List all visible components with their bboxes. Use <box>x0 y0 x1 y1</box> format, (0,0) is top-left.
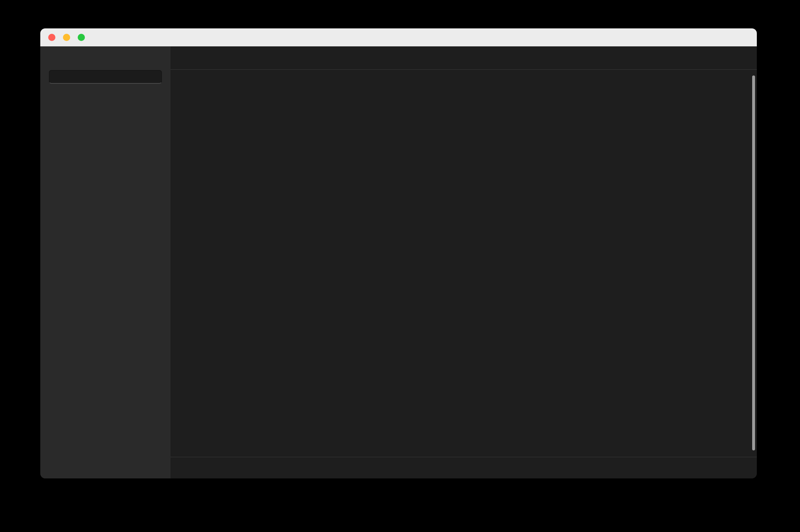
view-toolbar <box>171 46 757 69</box>
grid-view-button[interactable] <box>209 51 225 65</box>
minimize-button[interactable] <box>63 34 70 41</box>
list-view-button[interactable] <box>188 51 204 65</box>
sidebar <box>40 46 171 457</box>
module-grid-container <box>171 69 757 457</box>
close-button[interactable] <box>48 34 55 41</box>
titlebar <box>40 28 757 46</box>
results-count <box>40 457 171 478</box>
zoom-button[interactable] <box>78 34 85 41</box>
main-panel <box>171 46 757 457</box>
settings-button[interactable] <box>733 51 747 65</box>
scrollbar[interactable] <box>752 75 755 450</box>
modules-manager-window <box>40 28 757 478</box>
footer-bar <box>40 457 757 478</box>
search-field <box>49 70 162 84</box>
search-input[interactable] <box>49 70 162 84</box>
